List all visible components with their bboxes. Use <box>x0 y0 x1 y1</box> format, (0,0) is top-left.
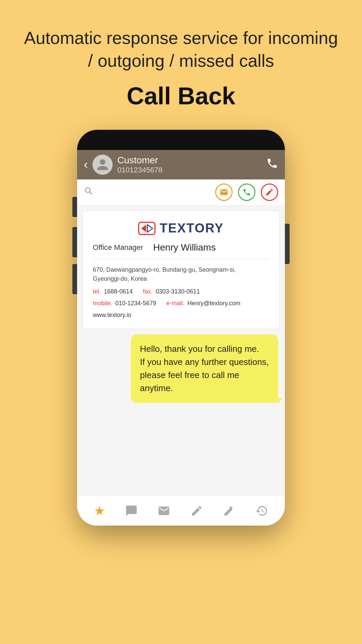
phone-filter-button[interactable] <box>238 183 255 201</box>
biz-name: Henry Williams <box>153 242 216 253</box>
edit-button[interactable] <box>190 504 203 517</box>
search-bar <box>77 179 285 205</box>
call-button[interactable] <box>266 157 278 172</box>
edit-filter-button[interactable] <box>261 183 278 201</box>
person-icon <box>96 158 109 171</box>
template-button[interactable] <box>223 504 236 517</box>
chat-header: ‹ Customer 01012345678 <box>77 150 285 179</box>
messages-area: TEXTORY Office Manager Henry Williams 67… <box>77 205 285 495</box>
email-value: Henry@textory.com <box>187 300 240 307</box>
volume-down-button[interactable] <box>72 227 77 257</box>
history-button[interactable] <box>255 504 268 517</box>
biz-contacts-row1: tel. 1688-0614 fax. 0303-3130-0611 <box>93 288 269 295</box>
phone-notch <box>77 130 285 150</box>
avatar <box>93 155 113 175</box>
search-input[interactable] <box>98 187 211 197</box>
textory-logo-icon <box>138 222 156 235</box>
tel-label: tel. <box>93 288 101 295</box>
biz-logo: TEXTORY <box>93 221 269 235</box>
fax-value: 0303-3130-0611 <box>156 288 200 295</box>
biz-address: 670, Daewangpangyo-ro, Bundang-gu, Seong… <box>93 265 269 283</box>
biz-website: www.textory.io <box>93 312 269 319</box>
chat-bubble-wrap: Hello, thank you for calling me. If you … <box>77 334 285 410</box>
email-label: e-mail. <box>166 300 184 307</box>
app-title: Call Back <box>127 82 235 110</box>
biz-logo-text: TEXTORY <box>160 221 224 235</box>
power-button[interactable] <box>285 224 290 264</box>
bottom-toolbar: ★ <box>77 495 285 526</box>
email-filter-button[interactable] <box>215 183 233 201</box>
chat-bubble: Hello, thank you for calling me. If you … <box>131 334 278 403</box>
tel-value: 1688-0614 <box>104 288 133 295</box>
biz-contacts-row2: mobile. 010-1234-5679 e-mail. Henry@text… <box>93 300 269 307</box>
contact-name: Customer <box>117 155 261 166</box>
chat-button[interactable] <box>125 504 138 517</box>
app-subtitle: Automatic response service for incoming … <box>0 27 362 72</box>
contact-number: 01012345678 <box>117 166 261 174</box>
mail-button[interactable] <box>158 504 170 517</box>
mobile-label: mobile. <box>93 300 112 307</box>
back-button[interactable]: ‹ <box>84 158 88 172</box>
biz-divider <box>93 259 269 259</box>
phone-frame: ‹ Customer 01012345678 <box>77 130 285 526</box>
fax-label: fax. <box>143 288 153 295</box>
app-screen: ‹ Customer 01012345678 <box>77 150 285 526</box>
biz-person: Office Manager Henry Williams <box>93 242 269 253</box>
mobile-value: 010-1234-5679 <box>115 300 156 307</box>
business-card: TEXTORY Office Manager Henry Williams 67… <box>82 211 280 329</box>
search-filter-icons <box>215 183 278 201</box>
volume-up-button[interactable] <box>72 197 77 217</box>
search-icon <box>84 186 94 199</box>
favorites-button[interactable]: ★ <box>94 503 105 518</box>
contact-info: Customer 01012345678 <box>117 155 261 174</box>
silent-button[interactable] <box>72 264 77 294</box>
biz-title: Office Manager <box>93 243 143 252</box>
